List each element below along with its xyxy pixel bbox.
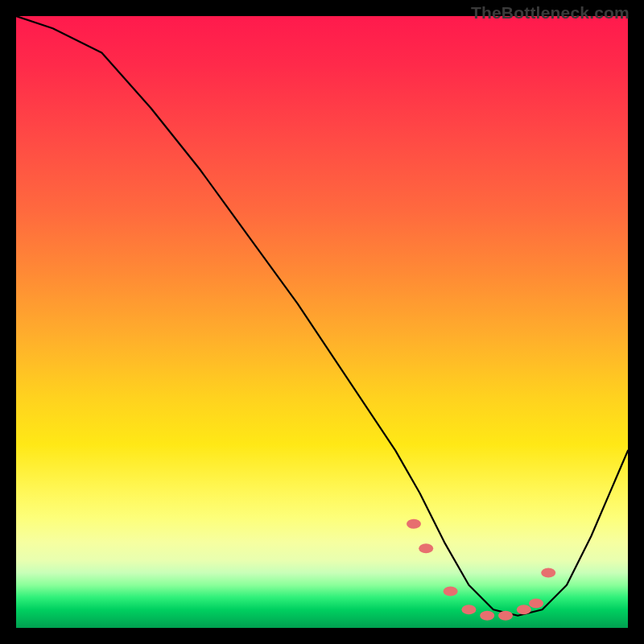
highlight-dot: [444, 586, 458, 596]
highlight-dot: [541, 568, 555, 578]
highlight-dot: [461, 605, 476, 614]
plot-area: [16, 16, 628, 628]
bottleneck-curve: [16, 16, 628, 616]
highlight-dot: [407, 519, 421, 529]
highlight-dot: [419, 543, 433, 553]
highlight-dot: [480, 611, 494, 621]
highlight-dot: [517, 605, 531, 614]
highlight-dot: [529, 599, 543, 609]
highlight-dot: [498, 611, 513, 621]
chart-stage: TheBottleneck.com: [0, 0, 644, 644]
highlight-dots: [407, 519, 555, 621]
curve-layer: [16, 16, 628, 628]
